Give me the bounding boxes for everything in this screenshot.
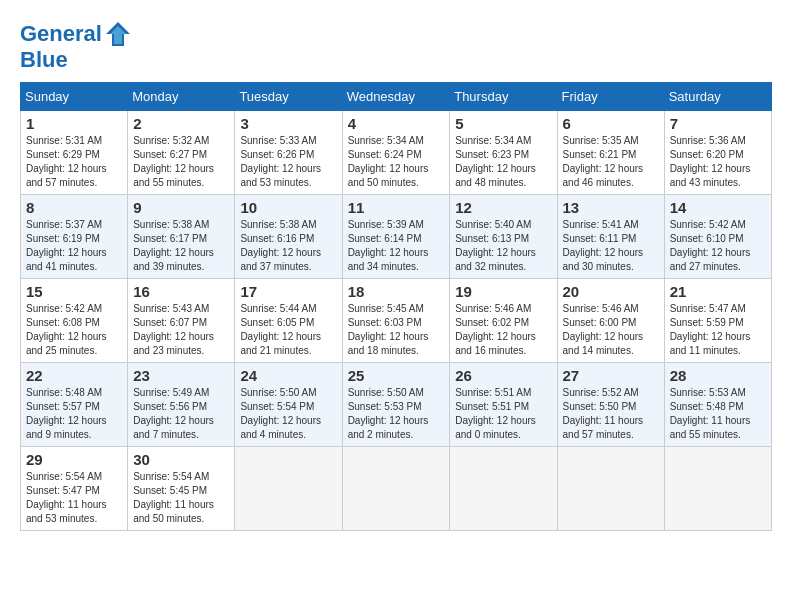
calendar-cell: 14Sunrise: 5:42 AM Sunset: 6:10 PM Dayli…: [664, 195, 771, 279]
weekday-friday: Friday: [557, 83, 664, 111]
day-info: Sunrise: 5:33 AM Sunset: 6:26 PM Dayligh…: [240, 134, 336, 190]
day-info: Sunrise: 5:36 AM Sunset: 6:20 PM Dayligh…: [670, 134, 766, 190]
calendar-cell: 26Sunrise: 5:51 AM Sunset: 5:51 PM Dayli…: [450, 363, 557, 447]
weekday-tuesday: Tuesday: [235, 83, 342, 111]
day-number: 15: [26, 283, 122, 300]
day-number: 19: [455, 283, 551, 300]
day-info: Sunrise: 5:35 AM Sunset: 6:21 PM Dayligh…: [563, 134, 659, 190]
calendar-cell: 29Sunrise: 5:54 AM Sunset: 5:47 PM Dayli…: [21, 447, 128, 531]
week-row-2: 8Sunrise: 5:37 AM Sunset: 6:19 PM Daylig…: [21, 195, 772, 279]
logo-blue-text: Blue: [20, 48, 132, 72]
calendar-cell: [342, 447, 450, 531]
day-info: Sunrise: 5:45 AM Sunset: 6:03 PM Dayligh…: [348, 302, 445, 358]
day-number: 23: [133, 367, 229, 384]
calendar-cell: 1Sunrise: 5:31 AM Sunset: 6:29 PM Daylig…: [21, 111, 128, 195]
day-info: Sunrise: 5:52 AM Sunset: 5:50 PM Dayligh…: [563, 386, 659, 442]
day-info: Sunrise: 5:34 AM Sunset: 6:23 PM Dayligh…: [455, 134, 551, 190]
calendar-cell: 28Sunrise: 5:53 AM Sunset: 5:48 PM Dayli…: [664, 363, 771, 447]
day-number: 11: [348, 199, 445, 216]
day-info: Sunrise: 5:31 AM Sunset: 6:29 PM Dayligh…: [26, 134, 122, 190]
day-number: 22: [26, 367, 122, 384]
day-info: Sunrise: 5:49 AM Sunset: 5:56 PM Dayligh…: [133, 386, 229, 442]
calendar-cell: 5Sunrise: 5:34 AM Sunset: 6:23 PM Daylig…: [450, 111, 557, 195]
day-info: Sunrise: 5:53 AM Sunset: 5:48 PM Dayligh…: [670, 386, 766, 442]
day-number: 13: [563, 199, 659, 216]
day-info: Sunrise: 5:42 AM Sunset: 6:08 PM Dayligh…: [26, 302, 122, 358]
weekday-wednesday: Wednesday: [342, 83, 450, 111]
calendar-cell: [450, 447, 557, 531]
day-info: Sunrise: 5:40 AM Sunset: 6:13 PM Dayligh…: [455, 218, 551, 274]
calendar-cell: 8Sunrise: 5:37 AM Sunset: 6:19 PM Daylig…: [21, 195, 128, 279]
calendar-cell: [235, 447, 342, 531]
day-number: 12: [455, 199, 551, 216]
calendar-cell: 19Sunrise: 5:46 AM Sunset: 6:02 PM Dayli…: [450, 279, 557, 363]
day-info: Sunrise: 5:46 AM Sunset: 6:02 PM Dayligh…: [455, 302, 551, 358]
day-info: Sunrise: 5:47 AM Sunset: 5:59 PM Dayligh…: [670, 302, 766, 358]
day-number: 21: [670, 283, 766, 300]
calendar-cell: 27Sunrise: 5:52 AM Sunset: 5:50 PM Dayli…: [557, 363, 664, 447]
logo: General Blue: [20, 20, 132, 72]
day-info: Sunrise: 5:54 AM Sunset: 5:45 PM Dayligh…: [133, 470, 229, 526]
calendar-cell: 23Sunrise: 5:49 AM Sunset: 5:56 PM Dayli…: [128, 363, 235, 447]
calendar-cell: 24Sunrise: 5:50 AM Sunset: 5:54 PM Dayli…: [235, 363, 342, 447]
logo-text: General: [20, 22, 102, 46]
calendar-cell: 10Sunrise: 5:38 AM Sunset: 6:16 PM Dayli…: [235, 195, 342, 279]
week-row-1: 1Sunrise: 5:31 AM Sunset: 6:29 PM Daylig…: [21, 111, 772, 195]
day-number: 16: [133, 283, 229, 300]
day-number: 14: [670, 199, 766, 216]
day-info: Sunrise: 5:41 AM Sunset: 6:11 PM Dayligh…: [563, 218, 659, 274]
day-info: Sunrise: 5:37 AM Sunset: 6:19 PM Dayligh…: [26, 218, 122, 274]
calendar-cell: 30Sunrise: 5:54 AM Sunset: 5:45 PM Dayli…: [128, 447, 235, 531]
calendar-cell: 18Sunrise: 5:45 AM Sunset: 6:03 PM Dayli…: [342, 279, 450, 363]
day-number: 9: [133, 199, 229, 216]
day-info: Sunrise: 5:39 AM Sunset: 6:14 PM Dayligh…: [348, 218, 445, 274]
day-info: Sunrise: 5:34 AM Sunset: 6:24 PM Dayligh…: [348, 134, 445, 190]
calendar-cell: 21Sunrise: 5:47 AM Sunset: 5:59 PM Dayli…: [664, 279, 771, 363]
day-number: 4: [348, 115, 445, 132]
weekday-header-row: SundayMondayTuesdayWednesdayThursdayFrid…: [21, 83, 772, 111]
logo-icon: [104, 20, 132, 48]
day-number: 30: [133, 451, 229, 468]
day-number: 6: [563, 115, 659, 132]
day-info: Sunrise: 5:50 AM Sunset: 5:53 PM Dayligh…: [348, 386, 445, 442]
day-info: Sunrise: 5:54 AM Sunset: 5:47 PM Dayligh…: [26, 470, 122, 526]
day-info: Sunrise: 5:51 AM Sunset: 5:51 PM Dayligh…: [455, 386, 551, 442]
week-row-5: 29Sunrise: 5:54 AM Sunset: 5:47 PM Dayli…: [21, 447, 772, 531]
page-header: General Blue: [20, 20, 772, 72]
weekday-monday: Monday: [128, 83, 235, 111]
day-number: 17: [240, 283, 336, 300]
day-info: Sunrise: 5:42 AM Sunset: 6:10 PM Dayligh…: [670, 218, 766, 274]
day-info: Sunrise: 5:38 AM Sunset: 6:16 PM Dayligh…: [240, 218, 336, 274]
day-number: 27: [563, 367, 659, 384]
day-number: 7: [670, 115, 766, 132]
day-number: 24: [240, 367, 336, 384]
calendar-cell: 13Sunrise: 5:41 AM Sunset: 6:11 PM Dayli…: [557, 195, 664, 279]
day-number: 10: [240, 199, 336, 216]
day-number: 2: [133, 115, 229, 132]
day-info: Sunrise: 5:48 AM Sunset: 5:57 PM Dayligh…: [26, 386, 122, 442]
calendar-cell: 3Sunrise: 5:33 AM Sunset: 6:26 PM Daylig…: [235, 111, 342, 195]
calendar-cell: [664, 447, 771, 531]
calendar-cell: 12Sunrise: 5:40 AM Sunset: 6:13 PM Dayli…: [450, 195, 557, 279]
day-info: Sunrise: 5:46 AM Sunset: 6:00 PM Dayligh…: [563, 302, 659, 358]
day-info: Sunrise: 5:38 AM Sunset: 6:17 PM Dayligh…: [133, 218, 229, 274]
weekday-thursday: Thursday: [450, 83, 557, 111]
calendar-cell: 2Sunrise: 5:32 AM Sunset: 6:27 PM Daylig…: [128, 111, 235, 195]
day-number: 29: [26, 451, 122, 468]
calendar-cell: 20Sunrise: 5:46 AM Sunset: 6:00 PM Dayli…: [557, 279, 664, 363]
day-info: Sunrise: 5:44 AM Sunset: 6:05 PM Dayligh…: [240, 302, 336, 358]
day-info: Sunrise: 5:32 AM Sunset: 6:27 PM Dayligh…: [133, 134, 229, 190]
calendar-cell: 9Sunrise: 5:38 AM Sunset: 6:17 PM Daylig…: [128, 195, 235, 279]
calendar-cell: 11Sunrise: 5:39 AM Sunset: 6:14 PM Dayli…: [342, 195, 450, 279]
week-row-3: 15Sunrise: 5:42 AM Sunset: 6:08 PM Dayli…: [21, 279, 772, 363]
calendar-cell: 25Sunrise: 5:50 AM Sunset: 5:53 PM Dayli…: [342, 363, 450, 447]
day-number: 3: [240, 115, 336, 132]
day-number: 20: [563, 283, 659, 300]
calendar-cell: 17Sunrise: 5:44 AM Sunset: 6:05 PM Dayli…: [235, 279, 342, 363]
day-number: 8: [26, 199, 122, 216]
day-info: Sunrise: 5:43 AM Sunset: 6:07 PM Dayligh…: [133, 302, 229, 358]
calendar-cell: 7Sunrise: 5:36 AM Sunset: 6:20 PM Daylig…: [664, 111, 771, 195]
day-number: 26: [455, 367, 551, 384]
calendar-cell: 16Sunrise: 5:43 AM Sunset: 6:07 PM Dayli…: [128, 279, 235, 363]
calendar-table: SundayMondayTuesdayWednesdayThursdayFrid…: [20, 82, 772, 531]
